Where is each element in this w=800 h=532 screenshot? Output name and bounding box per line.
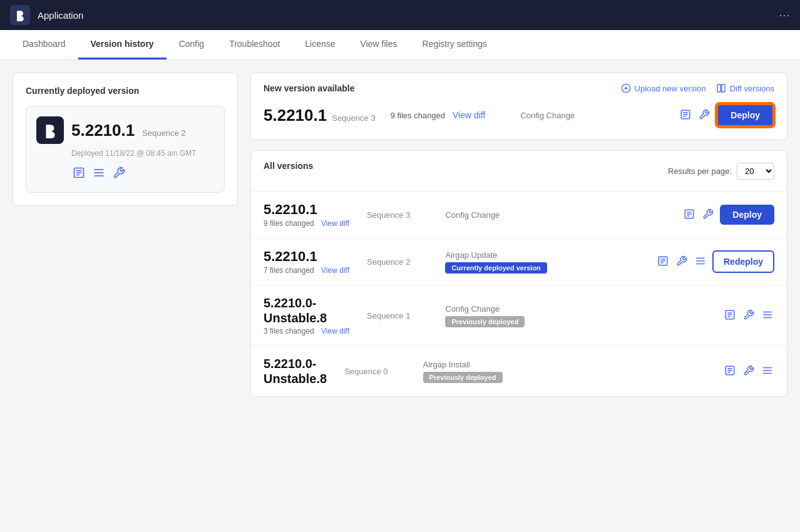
new-version-wrench-btn[interactable]: [697, 108, 711, 123]
v2-view-diff[interactable]: View diff: [321, 266, 349, 275]
v2-change-type: Airgap Update Currently deployed version: [445, 250, 646, 274]
upload-btn-label: Upload new version: [635, 84, 706, 93]
tab-config[interactable]: Config: [167, 30, 217, 59]
deployed-actions: [71, 165, 214, 182]
version-row-seq3: 5.2210.1 9 files changed View diff Seque…: [251, 192, 787, 238]
new-version-view-diff[interactable]: View diff: [453, 110, 485, 120]
diff-versions-btn[interactable]: Diff versions: [716, 83, 774, 93]
results-per-page: Results per page: 20 50 100: [668, 163, 774, 180]
tab-view-files[interactable]: View files: [348, 30, 410, 59]
v1-notes-btn[interactable]: [682, 207, 696, 223]
all-versions-title: All versions: [264, 161, 313, 171]
tab-version-history[interactable]: Version history: [78, 30, 167, 59]
v1-view-diff[interactable]: View diff: [321, 219, 349, 228]
v4-change-type: Airgap Install Previously deployed: [423, 360, 713, 383]
deployed-config-btn[interactable]: [91, 165, 106, 182]
nav-tabs: Dashboard Version history Config Trouble…: [0, 30, 800, 60]
v3-change-label: Config Change: [445, 304, 713, 314]
v2-actions: Redeploy: [656, 250, 774, 273]
v2-notes-btn[interactable]: [656, 254, 670, 270]
new-version-sequence: Sequence 3: [332, 113, 375, 123]
deployed-wrench-btn[interactable]: [111, 165, 126, 182]
deployed-card-top: 5.2210.1 Sequence 2: [36, 116, 214, 144]
v4-status-badge: Previously deployed: [423, 372, 503, 383]
v3-info: 5.2210.0-Unstable.8 3 files changed View…: [264, 295, 349, 335]
right-panel: New version available Upload new version…: [250, 73, 787, 397]
v1-actions: Deploy: [682, 205, 774, 225]
tab-license[interactable]: License: [292, 30, 347, 59]
more-icon[interactable]: ⋯: [779, 8, 790, 22]
version-row-seq1: 5.2210.0-Unstable.8 3 files changed View…: [251, 285, 787, 346]
v3-view-diff[interactable]: View diff: [321, 327, 349, 335]
new-version-notes-btn[interactable]: [679, 108, 692, 123]
v3-files: 3 files changed View diff: [264, 327, 349, 335]
v2-number: 5.2210.1: [264, 248, 349, 265]
deployed-app-icon: [36, 116, 64, 144]
all-versions-header: All versions Results per page: 20 50 100: [251, 151, 787, 192]
v4-change-label: Airgap Install: [423, 360, 713, 369]
v2-config-btn[interactable]: [694, 254, 707, 270]
new-version-header: New version available Upload new version…: [251, 73, 787, 93]
new-version-row: 5.2210.1 Sequence 3 9 files changed View…: [251, 93, 787, 140]
tab-dashboard[interactable]: Dashboard: [10, 30, 78, 59]
tab-registry-settings[interactable]: Registry settings: [409, 30, 499, 59]
topbar: Application ⋯: [0, 0, 800, 30]
v4-number: 5.2210.0-Unstable.8: [264, 356, 327, 386]
v2-redeploy-btn[interactable]: Redeploy: [712, 250, 774, 273]
v2-info: 5.2210.1 7 files changed View diff: [264, 248, 349, 275]
v1-seq: Sequence 3: [367, 210, 410, 220]
header-actions: Upload new version Diff versions: [621, 83, 774, 93]
v3-files-count: 3 files changed: [264, 327, 314, 335]
v3-seq: Sequence 1: [367, 311, 410, 320]
v4-config-btn[interactable]: [761, 364, 774, 379]
currently-deployed-title: Currently deployed version: [26, 86, 225, 96]
v2-seq: Sequence 2: [367, 257, 410, 267]
v3-actions: [723, 308, 774, 324]
v3-notes-btn[interactable]: [723, 308, 737, 324]
v2-files: 7 files changed View diff: [264, 266, 349, 275]
new-version-files: 9 files changed View diff: [391, 110, 486, 120]
new-version-card: New version available Upload new version…: [250, 73, 787, 140]
app-title: Application: [38, 10, 83, 21]
all-versions-card: All versions Results per page: 20 50 100…: [250, 150, 787, 397]
tab-troubleshoot[interactable]: Troubleshoot: [217, 30, 292, 59]
v2-wrench-btn[interactable]: [675, 254, 689, 270]
v1-deploy-btn[interactable]: Deploy: [720, 205, 774, 225]
v1-info: 5.2210.1 9 files changed View diff: [264, 202, 349, 228]
v3-number: 5.2210.0-Unstable.8: [264, 295, 349, 325]
svg-rect-10: [717, 84, 721, 92]
v3-change-type: Config Change Previously deployed: [445, 304, 713, 327]
v3-wrench-btn[interactable]: [742, 308, 756, 324]
version-row-seq2: 5.2210.1 7 files changed View diff Seque…: [251, 238, 787, 285]
svg-rect-11: [721, 84, 724, 92]
upload-new-version-btn[interactable]: Upload new version: [621, 83, 706, 93]
left-panel: Currently deployed version 5.2210.1 Sequ…: [13, 73, 238, 397]
v4-wrench-btn[interactable]: [742, 364, 756, 379]
new-version-actions: Deploy: [679, 103, 774, 127]
deployed-date: Deployed 11/18/22 @ 08:45 am GMT: [71, 149, 214, 158]
v2-change-label: Airgap Update: [445, 250, 646, 260]
deployed-release-notes-btn[interactable]: [71, 165, 86, 182]
new-version-info: 5.2210.1 Sequence 3: [264, 106, 376, 125]
v1-wrench-btn[interactable]: [701, 207, 715, 223]
new-version-change-type: Config Change: [520, 111, 669, 120]
deployed-card: 5.2210.1 Sequence 2 Deployed 11/18/22 @ …: [26, 106, 225, 193]
version-row-seq0: 5.2210.0-Unstable.8 Sequence 0 Airgap In…: [251, 346, 787, 396]
results-label: Results per page:: [668, 166, 732, 176]
deployed-sequence: Sequence 2: [142, 128, 185, 138]
v1-number: 5.2210.1: [264, 202, 349, 218]
results-select[interactable]: 20 50 100: [737, 163, 774, 180]
v1-files: 9 files changed View diff: [264, 219, 349, 228]
v4-actions: [723, 364, 774, 379]
new-version-deploy-btn[interactable]: Deploy: [716, 103, 774, 127]
v3-config-btn[interactable]: [761, 308, 774, 324]
v1-files-count: 9 files changed: [264, 219, 314, 228]
diff-btn-label: Diff versions: [730, 84, 774, 93]
deployed-version-number: 5.2210.1: [71, 121, 135, 140]
deployed-version-info: 5.2210.1 Sequence 2: [71, 121, 186, 140]
v2-status-badge: Currently deployed version: [445, 262, 546, 274]
app-logo: [10, 5, 30, 25]
new-version-number: 5.2210.1: [264, 106, 327, 125]
v4-notes-btn[interactable]: [723, 364, 737, 379]
new-version-title: New version available: [264, 83, 355, 93]
